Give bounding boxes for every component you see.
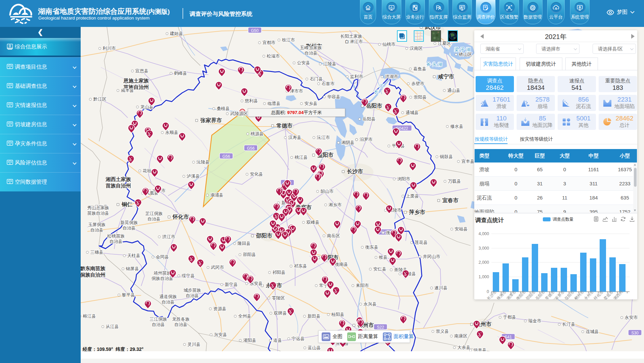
svg-text:自治县: 自治县	[123, 225, 136, 230]
svg-text:芷江侗族: 芷江侗族	[145, 211, 163, 216]
svg-text:新晃侗族: 新晃侗族	[120, 220, 138, 225]
svg-text:利川市: 利川市	[103, 46, 116, 51]
svg-text:新田县: 新田县	[308, 314, 321, 319]
svg-text:汨罗市: 汨罗市	[360, 137, 373, 142]
svg-text:通道侗族: 通道侗族	[159, 294, 177, 299]
svg-text:建始县: 建始县	[170, 31, 183, 36]
svg-text:祁东县: 祁东县	[294, 263, 307, 268]
svg-text:天柱县: 天柱县	[127, 253, 140, 258]
svg-text:武冈市: 武冈市	[211, 265, 224, 270]
svg-text:松桃苗族: 松桃苗族	[107, 233, 125, 239]
svg-text:侗族自治县: 侗族自治县	[152, 276, 173, 281]
svg-text:G56: G56	[247, 146, 255, 151]
svg-text:五峰土家族: 五峰土家族	[300, 45, 322, 50]
svg-text:信丰县: 信丰县	[473, 348, 487, 351]
svg-text:自治县: 自治县	[305, 50, 318, 56]
svg-text:资源县: 资源县	[213, 306, 227, 311]
svg-text:枝江市: 枝江市	[282, 37, 295, 42]
svg-text:零陵区: 零陵区	[272, 295, 285, 300]
svg-text:通山县: 通山县	[447, 88, 460, 93]
svg-text:玉屏侗族: 玉屏侗族	[88, 222, 106, 227]
svg-text:新宁县: 新宁县	[225, 282, 238, 287]
svg-text:津市市: 津市市	[290, 88, 303, 94]
svg-text:修水县: 修水县	[450, 124, 464, 129]
svg-text:宜春市: 宜春市	[442, 197, 458, 203]
svg-text:石首市: 石首市	[322, 81, 335, 86]
svg-text:怀化市: 怀化市	[172, 214, 189, 220]
svg-text:衡东县: 衡东县	[365, 245, 378, 250]
svg-text:江陵县: 江陵县	[323, 61, 336, 66]
svg-text:绥宁县: 绥宁县	[182, 273, 195, 278]
svg-text:临澧县: 临澧县	[268, 101, 281, 106]
svg-text:安福县: 安福县	[455, 226, 468, 231]
svg-text:溆浦县: 溆浦县	[210, 192, 224, 197]
svg-text:汉南区: 汉南区	[410, 46, 423, 51]
svg-text:华容县: 华容县	[327, 94, 340, 99]
svg-text:自治县: 自治县	[186, 293, 199, 298]
svg-text:攸县: 攸县	[378, 255, 388, 260]
svg-text:南岳区: 南岳区	[327, 233, 340, 238]
svg-text:潜江市: 潜江市	[350, 39, 363, 44]
svg-text:邵阳市: 邵阳市	[256, 232, 272, 239]
svg-text:铜仁: 铜仁	[121, 202, 132, 207]
svg-text:松滋市: 松滋市	[267, 53, 280, 59]
svg-text:S30: S30	[631, 331, 639, 335]
svg-text:上栗县: 上栗县	[406, 193, 419, 198]
svg-text:武陵源区: 武陵源区	[230, 111, 248, 116]
svg-text:湘西土家族: 湘西土家族	[106, 176, 131, 182]
svg-text:汉寿县: 汉寿县	[288, 135, 301, 140]
svg-text:宁远县: 宁远县	[292, 336, 305, 341]
svg-text:兴安县: 兴安县	[214, 332, 227, 337]
svg-text:通城县: 通城县	[406, 110, 419, 115]
svg-text:莲花县: 莲花县	[415, 240, 428, 245]
svg-text:仙桃市: 仙桃市	[383, 42, 396, 47]
svg-text:全州县: 全州县	[238, 314, 251, 319]
svg-text:洪湖市: 洪湖市	[385, 74, 398, 79]
svg-text:长沙市: 长沙市	[347, 168, 363, 174]
svg-text:黔江区: 黔江区	[93, 97, 107, 102]
svg-text:铁山区: 铁山区	[459, 52, 472, 57]
svg-text:武汉市: 武汉市	[425, 27, 441, 30]
svg-text:万载县: 万载县	[448, 179, 461, 184]
svg-text:锦屏县: 锦屏县	[126, 266, 139, 271]
svg-text:公安县: 公安县	[297, 60, 310, 65]
svg-text:灵川县: 灵川县	[188, 342, 201, 347]
svg-text:监利市: 监利市	[350, 74, 363, 79]
svg-text:岳阳县: 岳阳县	[363, 116, 376, 121]
svg-text:岳阳市: 岳阳市	[366, 103, 382, 109]
svg-text:自治县: 自治县	[110, 239, 123, 244]
svg-text:桃江县: 桃江县	[294, 155, 308, 160]
svg-text:桂阳县: 桂阳县	[331, 312, 345, 317]
svg-text:崇义县: 崇义县	[436, 329, 449, 334]
svg-text:衡南县: 衡南县	[335, 262, 348, 267]
svg-text:三江侗族: 三江侗族	[150, 317, 167, 322]
svg-text:G56: G56	[223, 154, 230, 159]
svg-text:桑植县: 桑植县	[217, 106, 230, 111]
svg-text:苗族自治州: 苗族自治州	[106, 183, 131, 188]
svg-text:安仁县: 安仁县	[373, 266, 387, 271]
svg-text:咸丰县: 咸丰县	[121, 88, 134, 93]
svg-text:遂川县: 遂川县	[435, 285, 448, 290]
svg-text:咸宁市: 咸宁市	[438, 73, 454, 79]
svg-text:洪江市: 洪江市	[162, 234, 175, 239]
svg-text:安化县: 安化县	[250, 172, 263, 177]
svg-text:邵阳县: 邵阳县	[243, 252, 256, 257]
svg-text:秀山土家族: 秀山土家族	[87, 205, 109, 210]
svg-text:斧头湖: 斧头湖	[426, 62, 444, 67]
svg-text:南康区: 南康区	[454, 333, 468, 338]
svg-text:沅陵县: 沅陵县	[196, 159, 210, 165]
svg-text:自治县: 自治县	[162, 299, 175, 304]
svg-text:慈利县: 慈利县	[245, 98, 258, 103]
svg-text:双峰县: 双峰县	[306, 220, 320, 225]
svg-text:3,000: 3,000	[479, 246, 489, 251]
svg-text:泸溪县: 泸溪县	[187, 174, 200, 179]
svg-text:宣恩县: 宣恩县	[135, 68, 149, 73]
svg-text:江: 江	[379, 83, 384, 88]
svg-text:连城县: 连城县	[586, 329, 599, 334]
svg-text:崇阳县: 崇阳县	[414, 95, 427, 100]
svg-text:宜都市: 宜都市	[263, 40, 276, 45]
svg-text:井冈山市: 井冈山市	[423, 254, 440, 259]
svg-text:自治县: 自治县	[174, 322, 188, 327]
svg-text:大余县: 大余县	[457, 345, 471, 350]
svg-text:苗族自治县: 苗族自治县	[87, 211, 109, 216]
